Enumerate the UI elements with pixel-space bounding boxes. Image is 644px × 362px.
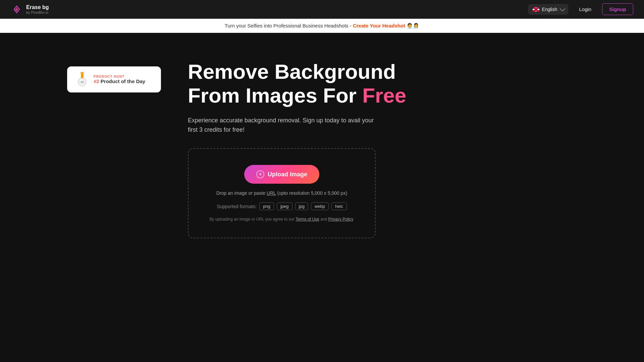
language-selector[interactable]: English [528,4,569,14]
main-content: #2 PRODUCT HUNT #2 Product of the Day Re… [0,33,644,238]
format-heic: heic [331,202,347,210]
badge-rank: #2 [94,78,99,84]
navbar-right: English Login Signup [528,3,633,15]
plus-icon: + [256,170,264,178]
format-jpg: jpg [295,202,308,210]
promo-banner: Turn your Selfies into Professional Busi… [0,19,644,33]
right-panel: Remove Background From Images For Free E… [188,60,577,238]
hero-subtitle: Experience accurate background removal. … [188,116,382,135]
formats-row: Supported formats: png jpeg jpg webp hei… [202,202,362,210]
banner-link[interactable]: Create Your Headshot [353,23,405,28]
terms-mid: and [319,217,328,222]
product-hunt-badge: #2 PRODUCT HUNT #2 Product of the Day [67,66,161,93]
url-link[interactable]: URL [267,190,276,196]
terms-text: By uploading an image or URL you agree t… [202,217,362,222]
svg-rect-5 [80,72,84,73]
hero-title: Remove Background From Images For Free [188,60,577,108]
terms-link[interactable]: Terms of Use [296,217,319,222]
privacy-link[interactable]: Privacy Policy [328,217,353,222]
upload-box: + Upload Image Drop an image or paste UR… [188,148,376,238]
left-panel: #2 PRODUCT HUNT #2 Product of the Day [67,60,161,93]
logo-text: Erase bg by PixelBin.io [26,4,49,14]
logo-icon [11,3,23,15]
format-jpeg: jpeg [277,202,292,210]
terms-prefix: By uploading an image or URL you agree t… [209,217,296,222]
flag-icon [533,7,539,12]
badge-title-text: Product of the Day [101,78,145,84]
format-webp: webp [311,202,329,210]
upload-button-label: Upload Image [268,171,307,178]
terms-suffix: . [353,217,354,222]
logo-subtitle: by PixelBin.io [26,10,49,14]
language-label: English [542,7,557,12]
drop-text-prefix: Drop an image or paste [216,190,267,196]
logo: Erase bg by PixelBin.io [11,3,49,15]
badge-label: PRODUCT HUNT [94,75,145,78]
badge-text: PRODUCT HUNT #2 Product of the Day [94,75,145,84]
chevron-down-icon [560,6,566,11]
medal-icon: #2 [75,72,89,87]
banner-text: Turn your Selfies into Professional Busi… [225,23,353,28]
banner-emoji: 🧑‍💼👩‍💼 [407,23,419,28]
drop-text-suffix: (upto resolution 5,000 x 5,000 px) [276,190,347,196]
drop-text: Drop an image or paste URL (upto resolut… [202,190,362,196]
upload-button[interactable]: + Upload Image [244,165,319,184]
hero-title-line2-prefix: From Images For [188,84,362,107]
format-png: png [259,202,274,210]
badge-title: #2 Product of the Day [94,78,145,84]
signup-button[interactable]: Signup [602,3,633,15]
logo-title: Erase bg [26,4,49,10]
svg-text:#2: #2 [80,80,84,84]
hero-title-line1: Remove Background [188,60,396,83]
login-button[interactable]: Login [574,4,597,15]
navbar: Erase bg by PixelBin.io English Login Si… [0,0,644,19]
formats-label: Supported formats: [217,204,257,209]
hero-title-free: Free [362,84,406,107]
